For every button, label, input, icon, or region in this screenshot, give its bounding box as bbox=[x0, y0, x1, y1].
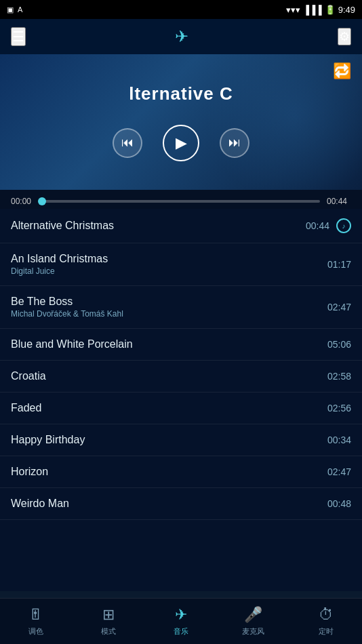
song-item[interactable]: An Island ChristmasDigital Juice01:17 bbox=[0, 243, 362, 286]
nav-label-模式: 模式 bbox=[101, 626, 116, 637]
play-button[interactable]: ▶ bbox=[163, 125, 199, 161]
signal-icon: ▐▐▐ bbox=[303, 5, 322, 15]
top-bar: ☰ ✈ ⚙ bbox=[0, 19, 362, 54]
song-title: Blue and White Porcelain bbox=[11, 338, 133, 350]
song-duration: 02:47 bbox=[325, 302, 351, 313]
nav-label-调色: 调色 bbox=[28, 626, 43, 637]
song-info: Alternative Christmas bbox=[11, 220, 114, 232]
prev-button[interactable]: ⏮ bbox=[113, 128, 142, 158]
nav-item-定时[interactable]: ⏱定时 bbox=[289, 606, 362, 637]
song-item[interactable]: Horizon02:47 bbox=[0, 456, 362, 488]
now-playing-title: lternative C bbox=[129, 83, 233, 104]
song-duration: 02:47 bbox=[325, 466, 351, 477]
song-duration: 02:58 bbox=[325, 371, 351, 382]
song-duration: 00:44 bbox=[304, 220, 329, 231]
time-display: 9:49 bbox=[338, 5, 355, 15]
menu-button[interactable]: ☰ bbox=[11, 27, 26, 46]
hero-section: 🔁 lternative C ⏮ ▶ ⏭ bbox=[0, 54, 362, 190]
next-button[interactable]: ⏭ bbox=[220, 128, 249, 158]
song-item[interactable]: Happy Birthday00:34 bbox=[0, 424, 362, 456]
battery-icon: 🔋 bbox=[325, 5, 336, 15]
song-right: 02:47 bbox=[325, 466, 351, 477]
playback-controls: ⏮ ▶ ⏭ bbox=[113, 125, 249, 161]
song-item[interactable]: Faded02:56 bbox=[0, 393, 362, 424]
song-title: Happy Birthday bbox=[11, 434, 85, 446]
song-info: Croatia bbox=[11, 370, 46, 382]
song-info: Horizon bbox=[11, 466, 48, 478]
nav-icon-调色: 🎚 bbox=[28, 606, 43, 624]
nav-icon-模式: ⊞ bbox=[102, 606, 115, 624]
song-right: 02:56 bbox=[325, 403, 351, 414]
settings-button[interactable]: ⚙ bbox=[338, 28, 351, 45]
song-title: Weirdo Man bbox=[11, 498, 69, 510]
song-info: Weirdo Man bbox=[11, 498, 69, 510]
song-duration: 00:48 bbox=[325, 498, 351, 509]
song-right: 00:48 bbox=[325, 498, 351, 509]
current-time: 00:00 bbox=[11, 197, 35, 206]
song-title: Croatia bbox=[11, 370, 46, 382]
song-item[interactable]: Weirdo Man00:48 bbox=[0, 488, 362, 520]
sim-icon: A bbox=[18, 5, 22, 14]
song-duration: 05:06 bbox=[325, 339, 351, 350]
song-title: Faded bbox=[11, 402, 41, 414]
nav-item-调色[interactable]: 🎚调色 bbox=[0, 606, 73, 637]
notification-icon: ▣ bbox=[7, 5, 14, 14]
song-item[interactable]: Be The BossMichal Dvořáček & Tomáš Kahl0… bbox=[0, 286, 362, 329]
song-list: Alternative Christmas00:44♪An Island Chr… bbox=[0, 209, 362, 591]
progress-track[interactable] bbox=[42, 200, 320, 203]
song-info: An Island ChristmasDigital Juice bbox=[11, 253, 108, 276]
nav-label-定时: 定时 bbox=[319, 626, 334, 637]
song-info: Blue and White Porcelain bbox=[11, 338, 133, 350]
song-duration: 01:17 bbox=[325, 259, 351, 270]
song-info: Be The BossMichal Dvořáček & Tomáš Kahl bbox=[11, 296, 123, 319]
status-right: ▾▾▾ ▐▐▐ 🔋 9:49 bbox=[286, 5, 355, 15]
nav-item-模式[interactable]: ⊞模式 bbox=[73, 606, 145, 637]
song-duration: 00:34 bbox=[325, 435, 351, 445]
song-right: 01:17 bbox=[325, 259, 351, 270]
song-artist: Digital Juice bbox=[11, 266, 108, 276]
song-right: 05:06 bbox=[325, 339, 351, 350]
total-time: 00:44 bbox=[327, 197, 351, 206]
nav-label-音乐: 音乐 bbox=[174, 626, 188, 637]
status-left: ▣ A bbox=[7, 5, 22, 14]
song-info: Happy Birthday bbox=[11, 434, 85, 446]
song-item[interactable]: Alternative Christmas00:44♪ bbox=[0, 209, 362, 243]
progress-dot bbox=[38, 197, 46, 205]
nav-icon-麦克风: 🎤 bbox=[244, 606, 262, 624]
now-playing-icon: ♪ bbox=[336, 218, 351, 233]
app-logo-icon: ✈ bbox=[175, 27, 188, 46]
song-right: 00:34 bbox=[325, 435, 351, 445]
song-duration: 02:56 bbox=[325, 403, 351, 414]
song-right: 00:44♪ bbox=[304, 218, 351, 233]
song-title: Horizon bbox=[11, 466, 48, 478]
repeat-button[interactable]: 🔁 bbox=[333, 62, 351, 80]
nav-item-麦克风[interactable]: 🎤麦克风 bbox=[217, 606, 289, 637]
song-right: 02:47 bbox=[325, 302, 351, 313]
nav-icon-音乐: ✈ bbox=[175, 606, 187, 624]
song-artist: Michal Dvořáček & Tomáš Kahl bbox=[11, 309, 123, 319]
nav-label-麦克风: 麦克风 bbox=[242, 626, 264, 637]
song-right: 02:58 bbox=[325, 371, 351, 382]
bottom-nav: 🎚调色⊞模式✈音乐🎤麦克风⏱定时 bbox=[0, 598, 362, 644]
song-title: An Island Christmas bbox=[11, 253, 108, 265]
status-bar: ▣ A ▾▾▾ ▐▐▐ 🔋 9:49 bbox=[0, 0, 362, 19]
wifi-icon: ▾▾▾ bbox=[286, 5, 300, 15]
song-item[interactable]: Blue and White Porcelain05:06 bbox=[0, 329, 362, 361]
song-info: Faded bbox=[11, 402, 41, 414]
song-title: Alternative Christmas bbox=[11, 220, 114, 232]
song-title: Be The Boss bbox=[11, 296, 123, 308]
progress-bar-area[interactable]: 00:00 00:44 bbox=[0, 190, 362, 209]
nav-item-音乐[interactable]: ✈音乐 bbox=[145, 606, 218, 637]
nav-icon-定时: ⏱ bbox=[319, 606, 334, 624]
song-item[interactable]: Croatia02:58 bbox=[0, 361, 362, 393]
